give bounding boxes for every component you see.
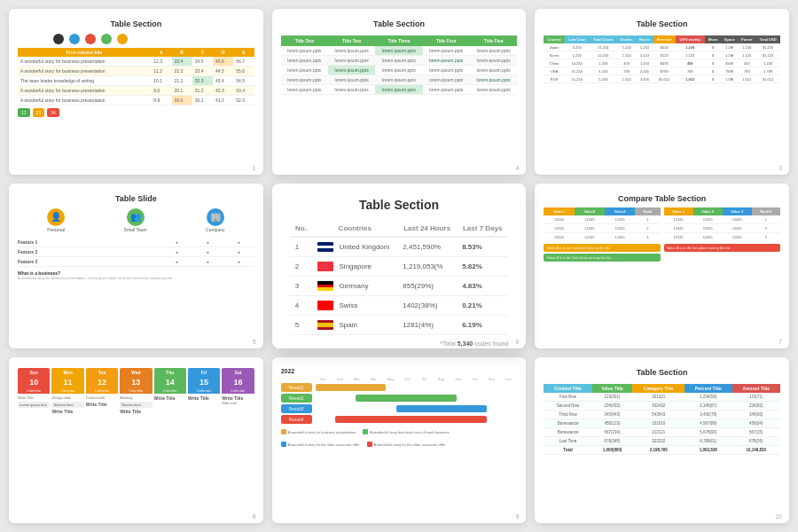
cal-event: Subtext item [51,402,83,408]
feature-label: Feature 3 [18,259,161,264]
slide-3-title: Table Section [544,20,780,28]
rh3: Value 3 [723,207,752,215]
col-header-3: C [192,48,213,57]
table-row: Last Time678(345)3232326,789(01)678(26) [544,437,780,446]
col-no: No. [290,221,313,237]
col-24h: Last 24 Hours [397,221,457,237]
day-num: 13 [120,377,152,387]
table-row: lorem.ipsum.pptxlorem.ipsum.pptxlorem.ip… [281,75,518,85]
slide-number-7: 7 [778,339,782,345]
s3-col-cases: Last Case [565,35,590,43]
day-num: 11 [51,377,83,387]
gantt-spacer [281,377,315,381]
day-sub: Calendar [120,387,152,394]
s3-col-country: Country [544,35,564,43]
s8-col-percent: Percent Title [685,384,732,393]
feature-row: Feature 3 ● ● ● [18,257,254,267]
table-row: A wonderful story for business presentat… [18,66,254,76]
table-row: A wonderful story for business presentat… [18,57,254,66]
gantt-label-3: Result3 [281,404,312,413]
total-row: Total1,000(983)2,198,7651,902,83810,149,… [544,446,780,455]
slide-1: Table Section First column title A B C D… [9,9,263,175]
flag-de [317,281,333,291]
flag-de2 [117,34,128,44]
desc-text: A wonderful story for business presentat… [18,276,254,280]
day-sub: Calendar [154,387,186,394]
left-highlight-1: Value A is in the 1st place among the li… [544,244,660,252]
gantt-legend: A wonderful story for business presentat… [281,429,518,447]
lh3: Value3 [605,207,635,215]
s2-col-1: Title One [281,35,328,46]
company-icon: 🏢 [207,208,224,226]
table-row: Korea1,23412,2341,1233,123$1231,123$1.1M… [544,51,780,59]
right-highlight-1: Value B is in the 1st place among the li… [664,244,780,252]
legend-item-4: A wonderful story for the older consumer… [367,442,446,447]
slide-1-stats: 12 23 34 [18,108,254,117]
personal-icon: 👤 [47,208,65,226]
day-num: 14 [154,377,186,387]
legend-dot-3 [281,442,286,447]
table-row: 1234512345123451 [544,215,660,224]
company-check: ● [223,239,254,245]
s3-col-usd: Total USD [755,35,780,43]
slide-8-title: Table Section [544,368,780,377]
table-row: 1234512345123451 [664,215,780,224]
gantt-row-3: Result3 [281,404,518,413]
left-table: Value1 Value2 Value3 Rank 12345123451234… [544,207,660,241]
legend-label-2: A wonderful story has listed cons of eac… [370,430,449,434]
s8-col-amount: Amount Title [732,384,780,393]
day-num: 10 [18,377,50,387]
company-check: ● [223,259,254,264]
team-plan: 👥 Small Team [124,208,147,232]
stat-3: 34 [47,108,59,117]
legend-label-1: A wonderful story for business presentat… [288,430,356,434]
slide-4-title: Table Slide [18,194,254,203]
s3-col-us: US% weekly [676,35,705,43]
table-row: Japan3,23421,2341,2345,234$2341,234$1.2M… [544,43,780,51]
month-jul: Jul [416,377,433,381]
left-highlight-2: Value A is in the 2nd place among the li… [544,254,660,262]
slide-5-featured: Table Section No. Countries Last 24 Hour… [272,184,527,349]
table-row: lorem.ipsum.pptxlorem.ipsum.pptxlorem.ip… [281,66,518,75]
col-header-0: First column title [18,48,151,57]
team-icon: 👥 [127,208,145,226]
month-nov: Nov [483,377,500,381]
cal-write: Write Title [154,395,186,401]
slide-number-8: 10 [775,513,782,520]
cal-day-fri: Fri 15 Calendar Write Title [188,368,220,413]
country-row-uk: 1 United Kingdom 2,451,590% 8.53% [290,237,509,257]
team-check: ● [192,249,223,254]
day-header: Thu [154,368,186,377]
flag-ch [317,301,333,310]
gantt-bar-1 [316,384,387,391]
cal-item: Side note [222,401,254,405]
slide-5-footer: *Total 5,340 codes found [290,340,509,347]
flag-es [317,320,333,330]
table-row: Second Row234(432)4324322,345(67)234(82) [544,402,780,411]
country-row-es: 5 Spain 1281(4%) 6.19% [290,315,509,334]
month-aug: Aug [433,377,450,381]
day-sub: Calendar [188,387,220,394]
slide-2: Table Section Title One Title Two Title … [272,9,527,175]
s8-col-category: Category Title [632,384,685,393]
col-countries: Countries [312,221,397,237]
table-row: 1234512345123452 [664,223,780,232]
lh4: Rank [635,207,660,215]
country-row-sg: 2 Singapore 1,219,053(% 5.82% [290,256,509,276]
compare-right: Value 1 Value 2 Value 3 Rank% 1234512345… [664,207,780,262]
flag-uk [317,242,333,252]
col-header-4: D [213,48,233,57]
day-sub: Calendar [51,387,83,394]
cal-item: Content-cell [86,395,118,400]
company-check: ● [223,249,254,254]
rh2: Value 2 [693,207,723,215]
table-row: Third Row345(543)5435433,456(78)345(93) [544,411,780,419]
cal-item: Write Title [18,395,50,400]
country-name: Singapore [340,262,372,270]
slide-1-flags [18,34,254,44]
month-jan: Jan [315,377,332,381]
cal-write: Write Title [51,409,83,414]
legend-dot-1 [281,429,286,434]
rh1: Value 1 [664,207,693,215]
feature-label: Feature 2 [18,249,161,254]
